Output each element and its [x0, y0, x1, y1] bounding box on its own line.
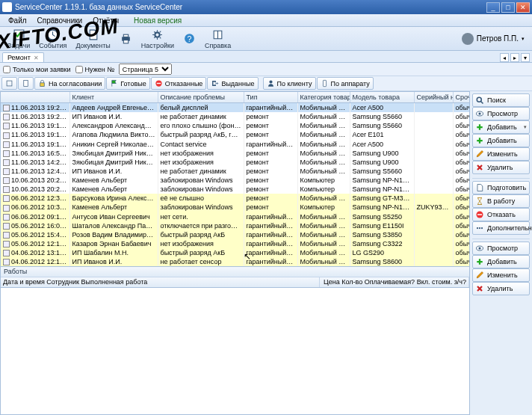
svg-rect-4 [123, 40, 128, 43]
tab-nav-left-icon[interactable]: ◂ [500, 53, 509, 62]
side-поиск-button[interactable]: Поиск [472, 93, 530, 107]
table-row[interactable]: 11.06.2013 19:18 3116Аникин Сергей Никол… [1, 140, 470, 149]
table-row[interactable]: 04.06.2012 12:18 3092ИП Иванов И.И.не ра… [1, 257, 470, 266]
window-title: ServiceCenter 1.19.1. база данных Servic… [15, 3, 182, 11]
works-panel: Работы Дата и время Сотрудник Выполненна… [0, 267, 470, 415]
col-model[interactable]: Модель товара [350, 92, 414, 103]
table-row[interactable]: 11.06.2013 19:18 3117Агапова Людмила Вик… [1, 130, 470, 139]
tab-list-icon[interactable]: ▾ [521, 53, 530, 62]
menu-refs[interactable]: Справочники [32, 15, 88, 26]
side-отказать-button[interactable]: Отказать [472, 208, 530, 221]
doc-icon [475, 183, 484, 192]
svg-text:?: ? [187, 34, 191, 43]
task-icon [13, 28, 25, 41]
toolbar-help-button[interactable]: ? [179, 28, 200, 50]
table-row[interactable]: 11.06.2013 16:58 3112Зяюбицая Дмитрий Ни… [1, 149, 470, 158]
user-box[interactable]: Петров П.П.▾ [462, 33, 529, 45]
main-toolbar: ЗадачиСобытияДокументыНастройки?СправкаП… [0, 27, 532, 51]
table-row[interactable]: 11.06.2013 19:21 3120Авдеев Андрей Евген… [1, 103, 470, 113]
side-подготовить-button[interactable]: Подготовить [472, 181, 530, 194]
toolbar-print-button[interactable] [115, 28, 137, 50]
table-row[interactable]: 06.06.2012 09:19 3098Антусов Иван Сергее… [1, 212, 470, 221]
x-icon [475, 284, 484, 293]
row-status-icon [3, 105, 10, 111]
col-type[interactable]: Тип [244, 92, 297, 103]
row-status-icon [3, 241, 10, 248]
filter-box-button[interactable] [1, 77, 17, 90]
side-удалить-button[interactable]: Удалить [472, 161, 530, 174]
row-status-icon [3, 195, 10, 202]
toolbar-task-button[interactable]: Задачи [3, 28, 34, 50]
help-icon: ? [183, 32, 196, 45]
svg-point-15 [477, 97, 481, 102]
side-изменить-button[interactable]: Изменить [472, 268, 530, 282]
flag-icon [110, 79, 118, 87]
table-row[interactable]: 11.06.2013 14:27 3111Зяюбицая Дмитрий Ни… [1, 158, 470, 167]
side-дополнительно-button[interactable]: Дополнительно [472, 221, 530, 235]
filter-flag-button[interactable]: Готовые [106, 77, 149, 90]
table-row[interactable]: 06.06.2012 10:38 3099Каменев Альбертзабл… [1, 203, 470, 212]
close-button[interactable]: ✕ [516, 2, 530, 13]
only-mine-checkbox[interactable]: Только мои заявки [3, 66, 71, 73]
tab-nav-right-icon[interactable]: ▸ [510, 53, 519, 62]
toolbar-doc-button[interactable]: Документы [71, 28, 114, 50]
table-row[interactable]: 10.06.2013 20:21 3103Каменев Альбертзабл… [1, 185, 470, 194]
side-добавить-button[interactable]: Добавить [472, 255, 530, 268]
table-row[interactable]: 11.06.2013 19:20 3119ИП Иванов И.И.не ра… [1, 112, 470, 121]
svg-point-5 [155, 32, 160, 37]
menu-new-version[interactable]: Новая версия [129, 15, 187, 26]
gear-icon [151, 28, 164, 41]
menu-file[interactable]: Файл [3, 15, 32, 26]
page-select[interactable]: Страница 5 [119, 64, 172, 75]
table-row[interactable]: 11.06.2013 12:46 3107ИП Иванов И.И.не ра… [1, 167, 470, 176]
table-row[interactable]: 06.06.2012 12:39 3100Барсукова Ирина Але… [1, 194, 470, 203]
col-date[interactable] [1, 92, 69, 103]
filter-person-button[interactable]: По клиенту [263, 77, 316, 90]
need-num-checkbox[interactable]: Нужен № [75, 66, 114, 73]
tab-repair[interactable]: Ремонт ✕ [2, 52, 44, 62]
maximize-button[interactable]: □ [501, 2, 515, 13]
filter-page-button[interactable] [18, 77, 34, 90]
row-status-icon [3, 159, 10, 166]
avatar-icon [462, 33, 474, 45]
box-icon [5, 79, 13, 87]
sidebar: ПоискПросмотрДобавитьДобавитьИзменитьУда… [470, 91, 532, 415]
col-urg[interactable]: Срочность [453, 92, 470, 103]
col-desc[interactable]: Описание проблемы [158, 92, 244, 103]
filter-device-button[interactable]: По аппарату [317, 77, 374, 90]
filter-lock-button[interactable]: На согласовании [34, 77, 105, 90]
works-body[interactable] [1, 288, 469, 414]
table-row[interactable]: 05.06.2012 16:08 3097Шаталов Александр П… [1, 221, 470, 230]
doc-icon [87, 28, 99, 41]
more-icon [475, 224, 484, 233]
toolbar-book-button[interactable]: Справка [200, 28, 235, 50]
pencil-icon [475, 150, 484, 159]
col-serial[interactable]: Серийный номер [414, 92, 453, 103]
side-изменить-button[interactable]: Изменить [472, 147, 530, 161]
side-просмотр-button[interactable]: Просмотр [472, 107, 530, 120]
filter-out-button[interactable]: Выданные [207, 77, 258, 90]
side-просмотр-button[interactable]: Просмотр [472, 242, 530, 255]
side-добавить-button[interactable]: Добавить [472, 134, 530, 147]
side-в работу-button[interactable]: В работу [472, 194, 530, 208]
table-row[interactable]: 05.06.2012 15:49 3096Розов Вадим Владими… [1, 230, 470, 239]
menu-reports[interactable]: Отчёты [87, 15, 124, 26]
side-добавить-button[interactable]: Добавить [472, 120, 530, 134]
table-row[interactable]: 04.06.2012 13:10 3094ИП Шабалин М.Н.быст… [1, 248, 470, 257]
table-row[interactable]: 10.06.2013 20:22 3104Каменев Альбертзабл… [1, 176, 470, 185]
toolbar-clock-button[interactable]: События [34, 28, 71, 50]
orders-grid[interactable]: КлиентОписание проблемыТипКатегория това… [0, 91, 470, 267]
tab-close-icon[interactable]: ✕ [34, 55, 39, 61]
stop-icon [155, 79, 163, 87]
side-удалить-button[interactable]: Удалить [472, 282, 530, 295]
col-cat[interactable]: Категория товара [297, 92, 350, 103]
svg-rect-12 [156, 83, 161, 84]
works-columns: Дата и время Сотрудник Выполненная работ… [1, 277, 469, 288]
minimize-button[interactable]: _ [486, 2, 500, 13]
svg-rect-19 [477, 214, 482, 215]
table-row[interactable]: 05.06.2012 12:19 3095Казаров Эрнан Бабае… [1, 239, 470, 248]
col-client[interactable]: Клиент [69, 92, 158, 103]
table-row[interactable]: 11.06.2013 19:19 3118Александров Алексан… [1, 121, 470, 130]
toolbar-gear-button[interactable]: Настройки [137, 28, 179, 50]
filter-stop-button[interactable]: Отказанные [151, 77, 207, 90]
